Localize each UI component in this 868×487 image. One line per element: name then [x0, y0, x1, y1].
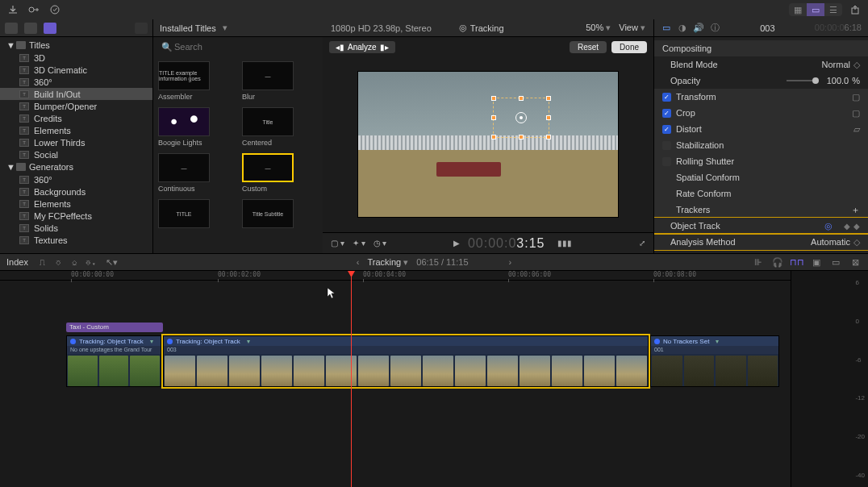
- enhance-tool-icon[interactable]: ✦ ▾: [353, 239, 365, 248]
- crop-tool-icon[interactable]: ▢ ▾: [331, 239, 344, 248]
- nav-prev-icon[interactable]: ‹: [357, 257, 360, 267]
- connect-clip-icon[interactable]: ⎍: [36, 256, 49, 268]
- timeline-clip[interactable]: No Trackers Set▾001: [650, 335, 779, 387]
- zoom-dropdown[interactable]: 50% ▾: [586, 23, 611, 33]
- rate-conform-header[interactable]: Rate Conform: [654, 185, 868, 202]
- timeline-tracks[interactable]: 00:00:00:0000:00:02:0000:00:04:0000:00:0…: [0, 271, 791, 487]
- import-icon[interactable]: [6, 3, 19, 16]
- timeline-clip[interactable]: Tracking: Object Track▾003: [163, 335, 649, 387]
- title-thumb[interactable]: TITLE: [158, 199, 210, 228]
- timeline-clip[interactable]: Tracking: Object Track▾No one upstages t…: [66, 335, 161, 387]
- color-inspector-icon[interactable]: ◑: [677, 23, 688, 33]
- layout-timeline-icon[interactable]: ▭: [807, 3, 824, 16]
- tree-item[interactable]: TBackgrounds: [0, 185, 152, 198]
- fullscreen-icon[interactable]: ⤢: [639, 239, 645, 248]
- object-track-target-icon[interactable]: ◎: [824, 221, 833, 231]
- add-tracker-button[interactable]: ＋: [851, 204, 860, 216]
- distort-checkbox[interactable]: ✓: [662, 125, 671, 134]
- viewer-canvas[interactable]: [357, 71, 619, 218]
- skimming-icon[interactable]: ⊪: [752, 256, 765, 268]
- video-inspector-icon[interactable]: ▭: [661, 23, 672, 33]
- audio-inspector-icon[interactable]: 🔊: [693, 23, 704, 33]
- title-clip[interactable]: Taxi - Custom: [66, 323, 163, 332]
- view-dropdown[interactable]: View ▾: [619, 23, 645, 33]
- tracking-region[interactable]: [493, 98, 549, 138]
- title-thumb[interactable]: —: [158, 153, 210, 182]
- tree-item[interactable]: T360°: [0, 76, 152, 88]
- tree-item[interactable]: TTextures: [0, 234, 152, 246]
- tree-group[interactable]: ▼Titles: [0, 39, 152, 52]
- tree-item[interactable]: TElements: [0, 198, 152, 210]
- spatial-conform-header[interactable]: Spatial Conform: [654, 169, 868, 185]
- rolling-shutter-header[interactable]: Rolling Shutter: [654, 153, 868, 169]
- step-back-icon[interactable]: ◂▮: [336, 43, 344, 52]
- keyframe-next-icon[interactable]: ◆: [853, 222, 860, 231]
- overwrite-clip-icon[interactable]: ⎑▾: [85, 256, 98, 268]
- distort-reset-icon[interactable]: ▱: [853, 124, 860, 135]
- generators-tab-icon[interactable]: [135, 23, 148, 34]
- tree-item[interactable]: TElements: [0, 124, 152, 136]
- loop-icon[interactable]: ▮▮▮: [557, 239, 572, 248]
- stabilization-checkbox[interactable]: [662, 141, 671, 150]
- snapping-icon[interactable]: ▣: [810, 256, 823, 268]
- step-fwd-icon[interactable]: ▮▸: [380, 43, 389, 52]
- analysis-method-row[interactable]: Analysis Method Automatic ◇: [654, 234, 868, 250]
- title-thumb[interactable]: [158, 107, 210, 136]
- transform-reset-icon[interactable]: ▢: [852, 92, 860, 102]
- done-button[interactable]: Done: [611, 41, 647, 53]
- tree-item[interactable]: TLower Thirds: [0, 136, 152, 148]
- crop-reset-icon[interactable]: ▢: [852, 108, 860, 119]
- stabilization-header[interactable]: Stabilization: [654, 137, 868, 153]
- tree-item[interactable]: T3D Cinematic: [0, 64, 152, 76]
- clip-tracking-badge[interactable]: No Trackers Set▾: [651, 336, 778, 346]
- blend-mode-row[interactable]: Blend Mode Normal ◇: [654, 56, 868, 73]
- title-thumb[interactable]: TITLE example information goes: [158, 61, 210, 90]
- play-button[interactable]: ▶: [453, 239, 460, 248]
- keyframe-prev-icon[interactable]: ◆: [844, 222, 850, 231]
- timeline-ruler[interactable]: 00:00:00:0000:00:02:0000:00:04:0000:00:0…: [0, 271, 791, 281]
- library-tab-icon[interactable]: [5, 23, 18, 34]
- tree-item[interactable]: TMy FCPeffects: [0, 210, 152, 222]
- tree-item[interactable]: T3D: [0, 52, 152, 64]
- crop-checkbox[interactable]: ✓: [662, 109, 671, 118]
- select-tool-icon[interactable]: ↖▾: [106, 256, 119, 268]
- search-input[interactable]: [160, 42, 316, 52]
- tl-layout1-icon[interactable]: ▭: [829, 256, 842, 268]
- transform-checkbox[interactable]: ✓: [662, 93, 671, 102]
- analyze-button[interactable]: ◂▮ Analyze ▮▸: [329, 41, 395, 53]
- layout-inspector-icon[interactable]: ☰: [824, 3, 842, 16]
- tree-item[interactable]: TSolids: [0, 222, 152, 234]
- tree-item[interactable]: T360°: [0, 173, 152, 185]
- clip-tracking-badge[interactable]: Tracking: Object Track▾: [164, 336, 648, 346]
- clip-tracking-badge[interactable]: Tracking: Object Track▾: [67, 336, 161, 346]
- title-thumb[interactable]: —: [242, 61, 294, 90]
- tree-item[interactable]: TSocial: [0, 148, 152, 160]
- layout-segments[interactable]: ▦ ▭ ☰: [789, 3, 842, 16]
- nav-next-icon[interactable]: ›: [509, 257, 512, 267]
- append-clip-icon[interactable]: ⎐: [69, 256, 81, 268]
- titles-tab-icon[interactable]: [44, 23, 56, 34]
- info-inspector-icon[interactable]: ⓘ: [709, 23, 720, 33]
- tree-group[interactable]: ▼Generators: [0, 160, 152, 173]
- tree-item[interactable]: TBuild In/Out: [0, 88, 152, 100]
- reset-button[interactable]: Reset: [570, 41, 607, 53]
- crop-header[interactable]: ✓Crop▢: [654, 105, 868, 121]
- bg-task-icon[interactable]: [48, 3, 61, 16]
- opacity-slider[interactable]: [787, 80, 819, 81]
- browser-heading[interactable]: Installed Titles: [160, 23, 216, 33]
- title-thumb[interactable]: Title: [242, 107, 294, 136]
- index-button[interactable]: Index: [6, 257, 28, 267]
- layout-browser-icon[interactable]: ▦: [789, 3, 807, 16]
- retime-tool-icon[interactable]: ◷ ▾: [373, 239, 387, 248]
- title-thumb[interactable]: —: [242, 153, 294, 182]
- compositing-header[interactable]: Compositing: [654, 40, 868, 56]
- rolling-shutter-checkbox[interactable]: [662, 157, 671, 166]
- trackers-header[interactable]: Trackers＋: [654, 202, 868, 218]
- object-track-row[interactable]: Object Track ◎ ◆ ◆: [654, 218, 868, 234]
- opacity-row[interactable]: Opacity 100.0 %: [654, 73, 868, 89]
- tree-item[interactable]: TCredits: [0, 112, 152, 124]
- insert-clip-icon[interactable]: ⎏: [52, 256, 65, 268]
- photos-tab-icon[interactable]: [24, 23, 37, 34]
- playhead[interactable]: [351, 271, 352, 487]
- tl-layout2-icon[interactable]: ⊠: [849, 256, 862, 268]
